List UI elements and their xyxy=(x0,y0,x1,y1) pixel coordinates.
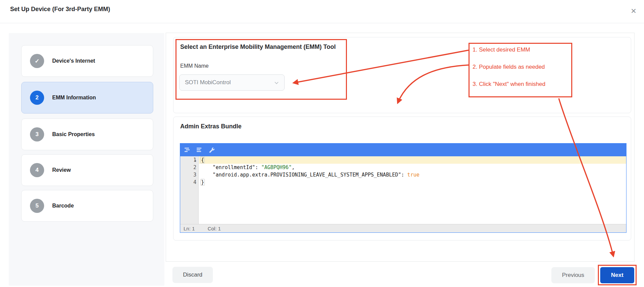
close-icon[interactable]: ✕ xyxy=(629,6,639,16)
step-number-badge: 4 xyxy=(30,163,44,177)
next-button[interactable]: Next xyxy=(600,267,634,283)
chevron-down-icon xyxy=(274,81,279,87)
wizard-steps-sidebar: ✓ Device's Internet 2 EMM Information 3 … xyxy=(9,33,164,286)
discard-button[interactable]: Discard xyxy=(172,267,213,283)
admin-extras-heading: Admin Extras Bundle xyxy=(180,123,242,130)
step-number-badge: 3 xyxy=(30,127,44,141)
step-number-badge: 2 xyxy=(30,91,44,105)
emm-tool-section: Select an Enterprise Mobility Management… xyxy=(173,37,631,113)
compact-icon[interactable] xyxy=(196,146,203,154)
main-content-panel: Select an Enterprise Mobility Management… xyxy=(166,33,635,262)
json-key: "enrollmentId" xyxy=(213,164,255,170)
json-editor[interactable]: 1 ▼ { 2 "enrollmentId": "AGBPQH96", 3 "a… xyxy=(180,143,626,233)
line-number: 3 xyxy=(180,171,196,179)
step-emm-information[interactable]: 2 EMM Information xyxy=(21,82,153,114)
step-basic-properties[interactable]: 3 Basic Properties xyxy=(21,119,153,150)
admin-extras-section: Admin Extras Bundle xyxy=(173,117,631,241)
step-done-check-icon: ✓ xyxy=(30,54,44,68)
dialog-title: Set Up Device (For 3rd-Party EMM) xyxy=(10,6,110,13)
step-device-internet[interactable]: ✓ Device's Internet xyxy=(21,45,153,77)
code-separator: : xyxy=(401,172,407,178)
code-text: } xyxy=(200,179,205,186)
format-icon[interactable] xyxy=(184,146,191,154)
line-number: 2 xyxy=(180,164,196,171)
json-editor-body[interactable]: 1 ▼ { 2 "enrollmentId": "AGBPQH96", 3 "a… xyxy=(180,156,626,224)
code-indent xyxy=(200,164,213,170)
setup-device-dialog: Set Up Device (For 3rd-Party EMM) ✕ ✓ De… xyxy=(0,0,644,287)
code-line-4[interactable]: 4 } xyxy=(180,179,626,186)
step-label: EMM Information xyxy=(52,82,96,113)
cursor-col-indicator: Col: 1 xyxy=(207,226,221,231)
step-barcode[interactable]: 5 Barcode xyxy=(21,190,153,222)
code-comma: , xyxy=(292,164,295,170)
emm-name-dropdown[interactable]: SOTI MobiControl xyxy=(179,74,285,91)
emm-name-selected-value: SOTI MobiControl xyxy=(185,79,231,86)
json-boolean-value: true xyxy=(407,172,419,178)
emm-section-heading: Select an Enterprise Mobility Management… xyxy=(180,43,336,51)
code-indent xyxy=(200,172,213,178)
json-editor-toolbar xyxy=(180,144,626,156)
line-number: 4 xyxy=(180,179,196,186)
json-string-value: "AGBPQH96" xyxy=(261,164,292,170)
code-line-2[interactable]: 2 "enrollmentId": "AGBPQH96", xyxy=(180,164,626,171)
editor-status-bar: Ln: 1 Col: 1 xyxy=(180,224,626,232)
step-label: Basic Properties xyxy=(52,119,95,150)
emm-name-label: EMM Name xyxy=(180,63,208,69)
dialog-header: Set Up Device (For 3rd-Party EMM) ✕ xyxy=(0,0,644,23)
step-number-badge: 5 xyxy=(30,199,44,213)
step-review[interactable]: 4 Review xyxy=(21,154,153,186)
step-label: Review xyxy=(52,155,71,186)
repair-wrench-icon[interactable] xyxy=(208,146,215,154)
json-key: "android.app.extra.PROVISIONING_LEAVE_AL… xyxy=(213,172,401,178)
code-line-3[interactable]: 3 "android.app.extra.PROVISIONING_LEAVE_… xyxy=(180,171,626,179)
step-label: Device's Internet xyxy=(52,45,95,76)
code-separator: : xyxy=(255,164,261,170)
previous-button[interactable]: Previous xyxy=(551,267,595,283)
cursor-line-indicator: Ln: 1 xyxy=(184,226,195,231)
line-number: 1 xyxy=(180,156,196,164)
code-line-1[interactable]: 1 ▼ { xyxy=(180,156,626,164)
step-label: Barcode xyxy=(52,190,74,221)
code-text: { xyxy=(200,157,205,163)
